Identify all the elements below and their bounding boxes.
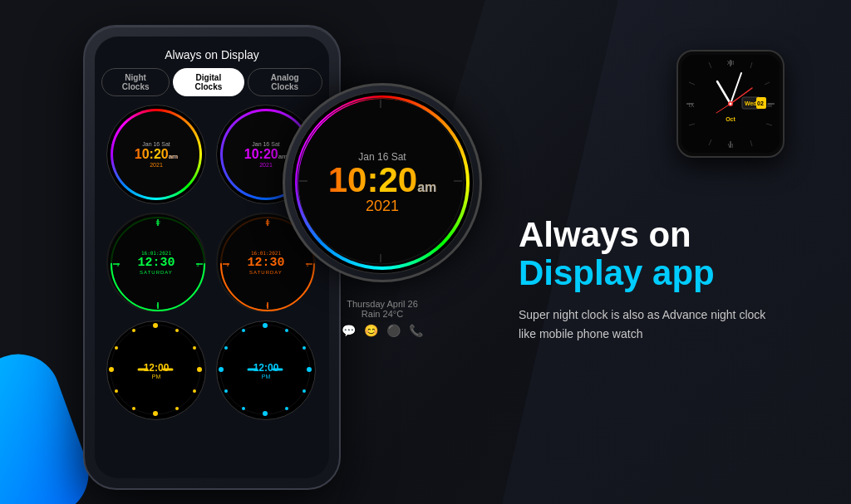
- clock-rainbow-content: Jan 16 Sat 10:20am 2021: [135, 141, 178, 168]
- watch-icons-row: 💬 😊 ⚫ 📞: [283, 324, 482, 337]
- svg-text:Wed: Wed: [745, 100, 757, 106]
- svg-point-45: [224, 389, 228, 393]
- analog-outer: XII III VI IX Wed: [676, 50, 785, 158]
- svg-text:6: 6: [267, 303, 269, 308]
- svg-point-27: [193, 389, 196, 393]
- clock-purple-time: 10:20am: [244, 148, 288, 161]
- large-watch-outer: Jan 16 Sat 10:20am 2021: [283, 83, 482, 282]
- clock-yellow-content: 12:00 PM: [144, 362, 170, 379]
- svg-point-23: [153, 411, 158, 416]
- headline-line1: Always on: [519, 216, 818, 254]
- clock-cyan-time: 12:00: [253, 362, 279, 374]
- svg-point-47: [242, 329, 245, 332]
- clock-dots-yellow[interactable]: 12:00 PM: [106, 321, 206, 420]
- clock-do-date: 16:01:2021: [247, 250, 284, 256]
- watch-status-line2: Rain 24°C: [283, 309, 482, 319]
- svg-point-29: [132, 407, 135, 410]
- svg-point-21: [153, 323, 158, 328]
- clock-purple-date: Jan 16 Sat: [244, 141, 288, 147]
- svg-text:9: 9: [117, 262, 120, 267]
- clock-do-content: 16:01:2021 12:30 SATURDAY: [247, 250, 284, 275]
- svg-text:III: III: [767, 102, 772, 108]
- lw-year: 2021: [366, 198, 399, 215]
- clock-do-label: SATURDAY: [247, 270, 284, 275]
- large-watch-ring: Jan 16 Sat 10:20am 2021: [295, 95, 470, 270]
- svg-point-24: [109, 367, 114, 372]
- svg-point-25: [175, 329, 179, 332]
- svg-point-32: [132, 329, 135, 332]
- tab-night-clocks[interactable]: Night Clocks: [101, 68, 170, 96]
- clock-dg-date: 16:01:2021: [137, 250, 175, 256]
- watch-icon-wechat: 💬: [342, 324, 356, 337]
- large-watch-inner: Jan 16 Sat 10:20am 2021: [291, 91, 474, 274]
- headline-line2: Display app: [519, 254, 818, 292]
- svg-point-36: [263, 323, 268, 328]
- lw-time: 10:20am: [328, 163, 437, 198]
- svg-point-44: [242, 407, 245, 410]
- svg-point-46: [224, 346, 228, 350]
- watch-icon-face: 😊: [364, 324, 378, 337]
- clock-yellow-ampm: PM: [144, 374, 170, 379]
- svg-point-30: [115, 389, 118, 393]
- clock-rainbow-date: Jan 16 Sat: [135, 141, 178, 147]
- clock-cyan-content: 12:00 PM: [253, 362, 279, 379]
- large-watch: Jan 16 Sat 10:20am 2021: [283, 83, 482, 282]
- clock-rainbow[interactable]: Jan 16 Sat 10:20am 2021: [106, 105, 206, 204]
- phone-screen-title: Always on Display: [95, 37, 329, 68]
- svg-text:12: 12: [155, 220, 160, 225]
- svg-point-28: [175, 407, 179, 410]
- watch-icon-circle: ⚫: [386, 324, 401, 337]
- analog-watch: XII III VI IX Wed: [676, 50, 785, 158]
- svg-text:9: 9: [227, 262, 229, 267]
- watch-icon-phone: 📞: [409, 324, 423, 337]
- svg-text:6: 6: [157, 303, 160, 308]
- clock-rainbow-year: 2021: [135, 162, 178, 168]
- subtext: Super night clock is also as Advance nig…: [519, 306, 785, 343]
- svg-point-42: [303, 389, 306, 393]
- svg-point-31: [115, 346, 118, 350]
- svg-point-41: [303, 346, 306, 350]
- watch-status-line1: Thursday April 26: [283, 299, 482, 309]
- svg-text:Oct: Oct: [726, 116, 735, 122]
- clock-purple-content: Jan 16 Sat 10:20am 2021: [244, 141, 288, 168]
- clock-cyan-ampm: PM: [253, 374, 279, 379]
- clock-dg-content: 16:01:2021 12:30 SATURDAY: [137, 250, 175, 275]
- clock-dg-time: 12:30: [137, 256, 175, 270]
- clock-do-time: 12:30: [247, 256, 284, 270]
- watch-status: Thursday April 26 Rain 24°C 💬 😊 ⚫ 📞: [283, 299, 482, 337]
- analog-face: XII III VI IX Wed: [681, 55, 780, 153]
- svg-text:3: 3: [197, 262, 199, 267]
- svg-text:IX: IX: [689, 102, 695, 108]
- svg-text:12: 12: [265, 220, 270, 225]
- clock-yellow-time: 12:00: [144, 362, 170, 374]
- clock-rainbow-time: 10:20am: [135, 148, 178, 161]
- svg-point-39: [219, 367, 224, 372]
- svg-point-26: [193, 346, 196, 350]
- right-content: Always on Display app Super night clock …: [519, 216, 818, 343]
- clock-purple-year: 2021: [244, 162, 288, 168]
- tab-digital-clocks[interactable]: Digital Clocks: [173, 68, 243, 96]
- svg-point-38: [263, 411, 268, 416]
- svg-point-37: [307, 367, 312, 372]
- svg-point-22: [197, 367, 202, 372]
- svg-point-81: [730, 103, 732, 105]
- clock-dg-label: SATURDAY: [137, 270, 175, 275]
- svg-text:02: 02: [757, 100, 764, 106]
- large-watch-ring-inner: Jan 16 Sat 10:20am 2021: [298, 99, 466, 267]
- clock-digital-green[interactable]: 12 3 6 9 16:01:2021 12:30 SATURDAY: [106, 213, 206, 312]
- svg-point-43: [285, 407, 288, 410]
